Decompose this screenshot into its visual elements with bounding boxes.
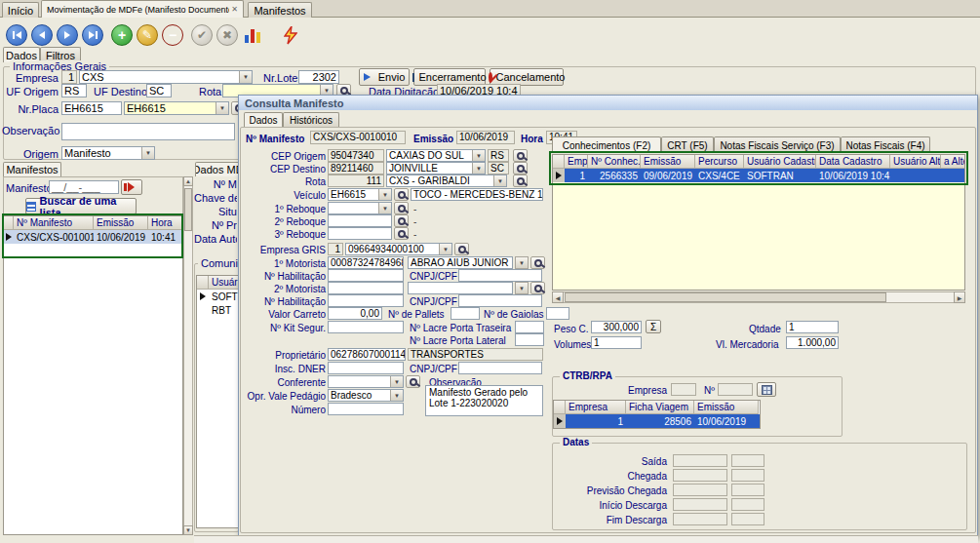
proprietario-num-field[interactable]: 06278607000114 (328, 348, 406, 361)
nrlote-field[interactable]: 2302 (298, 70, 339, 84)
ctrb-nr-field[interactable] (718, 383, 753, 396)
nrplaca-combo[interactable]: EH6615 ▼ (124, 101, 229, 115)
reboque2-search-icon[interactable] (394, 214, 409, 227)
conhecimento-row[interactable]: 1 2566335 09/06/2019 CXS/4CE SOFTRAN 10/… (553, 169, 964, 182)
empresa-combo[interactable]: CXS ▼ (79, 70, 253, 84)
prior-record-button[interactable] (31, 24, 53, 46)
tab-inicio[interactable]: Início (2, 2, 39, 18)
pallets-field[interactable] (451, 307, 480, 320)
fim-descarga-date-field[interactable] (673, 513, 727, 525)
chevron-down-icon[interactable]: ▼ (141, 147, 154, 159)
chevron-down-icon[interactable]: ▼ (472, 163, 485, 174)
motorista2-dropdown[interactable]: ▼ (515, 282, 529, 294)
empresa-gris-combo[interactable]: 09664934000100▼ (345, 243, 452, 255)
modal-rota-num-field[interactable]: 111 (328, 175, 384, 187)
habilitacao1-field[interactable] (328, 269, 404, 282)
col-hora[interactable]: Hora (148, 216, 182, 230)
veiculo-search-icon[interactable] (394, 188, 409, 201)
dialog-titlebar[interactable]: Consulta Manifesto (239, 96, 977, 110)
left-tab-manifestos[interactable]: Manifestos (3, 162, 61, 176)
cep-origem-search-icon[interactable] (513, 149, 528, 162)
chevron-down-icon[interactable]: ▼ (216, 102, 228, 114)
ctrb-row[interactable]: 1 28506 10/06/2019 (554, 414, 760, 428)
observacao-field[interactable] (61, 123, 235, 140)
ctrb-empresa-field[interactable] (671, 383, 696, 396)
tab-mdfe[interactable]: Movimentação de MDFe (Manifesto Document… (41, 0, 244, 18)
chevron-down-icon[interactable]: ▼ (390, 376, 403, 387)
lacre-lateral-field[interactable] (515, 333, 544, 346)
previsao-time-field[interactable] (731, 484, 764, 496)
scroll-thumb[interactable] (184, 188, 192, 231)
conferente-search-icon[interactable] (406, 375, 420, 388)
col-usuario[interactable]: Usuário (209, 276, 239, 290)
col-usuario-cadastro[interactable]: Usuário Cadastro (744, 155, 816, 169)
chegada-date-field[interactable] (673, 469, 727, 482)
empresa-number-field[interactable]: 1 (61, 70, 77, 84)
ctrb-grid[interactable]: Empresa Ficha Viagem Emissão 1 28506 10/… (553, 400, 761, 429)
reboque1-search-icon[interactable] (394, 202, 409, 214)
hscroll-left-button[interactable]: ◀ (552, 291, 564, 303)
col-nr-manifesto[interactable]: Nº Manifesto (14, 216, 94, 230)
modal-tab-historicos[interactable]: Históricos (283, 112, 339, 128)
saida-date-field[interactable] (673, 454, 727, 467)
conhecimentos-grid[interactable]: Emp Nº Conhec. Emissão Percurso Usuário … (552, 154, 965, 291)
col-ficha-viagem[interactable]: Ficha Viagem (626, 401, 694, 414)
first-record-button[interactable] (6, 24, 27, 46)
lacre-traseira-field[interactable] (515, 321, 544, 333)
modal-rota-combo[interactable]: CXS - GARIBALDI▼ (386, 175, 507, 187)
manifesto-mask-field[interactable]: __/__-___ (49, 180, 119, 194)
motorista1-search-icon[interactable] (530, 256, 545, 269)
uf-origem-field[interactable]: RS (61, 84, 87, 97)
delete-button[interactable]: − (162, 24, 183, 46)
col-nr-conhec[interactable]: Nº Conhec. (588, 155, 641, 169)
chevron-down-icon[interactable]: ▼ (390, 390, 403, 401)
comunicacoes-grid[interactable]: Usuário SOFTRAN RBT (196, 275, 239, 528)
tab-crt[interactable]: CRT (F5) (661, 136, 714, 153)
uf-destino-field[interactable]: SC (146, 84, 172, 97)
motorista2-search-icon[interactable] (530, 282, 545, 294)
col-emissao[interactable]: Emissão (694, 401, 759, 414)
modal-tab-dados[interactable]: Dados (244, 112, 283, 128)
chevron-down-icon[interactable]: ▼ (439, 244, 451, 254)
hscroll-thumb[interactable] (565, 292, 886, 302)
nrplaca-field[interactable]: EH6615 (61, 101, 122, 115)
cnpj1-field[interactable] (458, 269, 542, 282)
cnpj3-field[interactable] (458, 362, 542, 374)
chevron-down-icon[interactable]: ▼ (472, 150, 485, 161)
col-emp[interactable]: Emp (565, 155, 588, 169)
bottom-scrollbar[interactable] (194, 535, 978, 543)
kit-segur-field[interactable] (328, 321, 404, 333)
buscar-lista-button[interactable]: Buscar de uma lista (25, 198, 137, 214)
chevron-down-icon[interactable]: ▼ (493, 175, 506, 186)
insert-button[interactable]: + (111, 24, 133, 46)
habilitacao2-field[interactable] (328, 294, 404, 307)
gaiolas-field[interactable] (546, 307, 569, 320)
comunicacao-row[interactable]: RBT (197, 303, 238, 317)
qtdade-field[interactable]: 1 (786, 321, 839, 333)
peso-field[interactable]: 300,000 (591, 321, 642, 333)
last-record-button[interactable] (82, 24, 103, 46)
confirm-button[interactable]: ✔ (191, 24, 213, 46)
col-emissao[interactable]: Emissão (641, 155, 695, 169)
sigma-button[interactable]: Σ (646, 320, 661, 333)
motorista1-num-field[interactable]: 00087324784968 (328, 256, 404, 269)
ctrb-lookup-button[interactable] (757, 382, 776, 397)
cep-destino-search-icon[interactable] (513, 162, 528, 175)
opr-vale-combo[interactable]: Bradesco▼ (328, 389, 404, 402)
reboque2-field[interactable] (328, 214, 392, 227)
chevron-down-icon[interactable]: ▼ (378, 203, 391, 213)
motorista1-dropdown[interactable]: ▼ (515, 256, 529, 269)
special-action-button[interactable] (279, 23, 302, 47)
col-emissao[interactable]: Emissão (94, 216, 148, 230)
edit-button[interactable]: ✎ (137, 24, 158, 46)
numero-field[interactable] (328, 403, 404, 415)
scroll-up-button[interactable]: ▲ (183, 176, 193, 186)
volumes-field[interactable]: 1 (591, 336, 642, 349)
chevron-down-icon[interactable]: ▼ (239, 71, 252, 83)
empresa-gris-search-icon[interactable] (454, 243, 469, 255)
conferente-combo[interactable]: ▼ (328, 375, 404, 388)
col-data-alteracao[interactable]: a Alteraç (941, 155, 965, 169)
cancel-button[interactable]: ✖ (216, 24, 238, 46)
chegada-time-field[interactable] (731, 469, 764, 482)
next-record-button[interactable] (57, 24, 78, 46)
